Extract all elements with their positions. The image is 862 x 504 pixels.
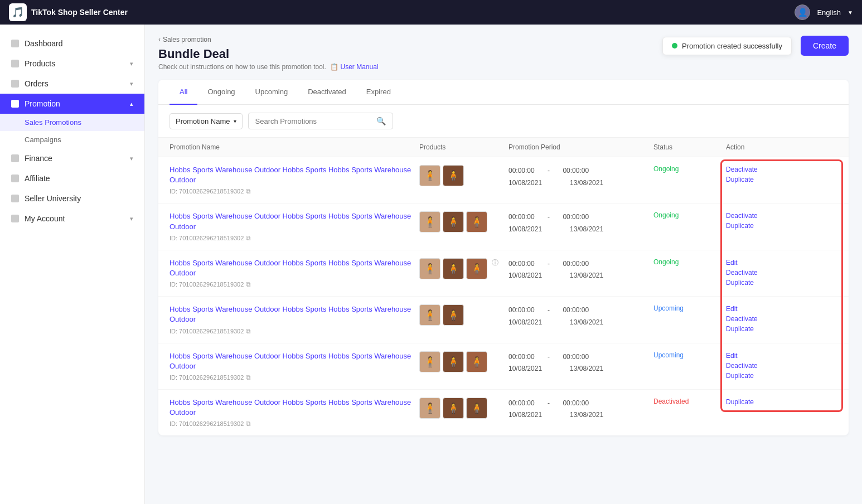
copy-icon[interactable]: ⧉ <box>246 327 251 335</box>
search-input[interactable] <box>255 117 372 125</box>
period-start-date: 10/08/2021 <box>509 318 542 326</box>
promotion-name-dropdown[interactable]: Promotion Name ▾ <box>170 113 243 129</box>
copy-icon[interactable]: ⧉ <box>246 280 251 288</box>
sidebar-sub-item-label: Campaigns <box>25 135 61 144</box>
period-start-date: 10/08/2021 <box>509 272 542 279</box>
promo-id: ID: 7010026296218519302 ⧉ <box>170 374 419 381</box>
table-row: Hobbs Sports Warehouse Outdoor Hobbs Spo… <box>158 250 849 297</box>
action-duplicate-link[interactable]: Duplicate <box>726 221 837 230</box>
search-bar: 🔍 <box>248 113 393 129</box>
period-start-date: 10/08/2021 <box>509 225 542 233</box>
copy-icon[interactable]: ⧉ <box>246 187 251 195</box>
status-badge: Ongoing <box>653 258 726 266</box>
promo-name-cell: Hobbs Sports Warehouse Outdoor Hobbs Spo… <box>170 398 419 428</box>
sidebar-item-label: Affiliate <box>25 174 50 183</box>
copy-icon[interactable]: ⧉ <box>246 374 251 381</box>
breadcrumb-text: Sales promotion <box>163 36 211 43</box>
sidebar-item-my-account[interactable]: My Account ▾ <box>0 209 144 229</box>
user-avatar[interactable]: 👤 <box>795 4 810 20</box>
promo-period: 00:00:00 - 00:00:00 10/08/2021 13/08/202… <box>509 211 653 235</box>
promo-name-link[interactable]: Hobbs Sports Warehouse Outdoor Hobbs Spo… <box>170 211 419 231</box>
promo-name-link[interactable]: Hobbs Sports Warehouse Outdoor Hobbs Spo… <box>170 398 419 418</box>
success-icon <box>672 43 677 49</box>
sidebar-item-label: Seller University <box>25 194 81 203</box>
action-edit-link[interactable]: Edit <box>726 258 837 267</box>
app-layout: Dashboard Products ▾ Orders ▾ Promotion … <box>0 25 862 504</box>
tab-deactivated[interactable]: Deactivated <box>298 80 356 105</box>
action-duplicate-link[interactable]: Duplicate <box>726 175 837 184</box>
product-thumbnail: 🧍 <box>419 398 440 419</box>
action-edit-link[interactable]: Edit <box>726 351 837 360</box>
promo-id: ID: 7010026296218519302 ⧉ <box>170 234 419 242</box>
action-duplicate-link[interactable]: Duplicate <box>726 278 837 287</box>
product-thumbnail: 🧍 <box>443 211 464 232</box>
promo-period: 00:00:00 - 00:00:00 10/08/2021 13/08/202… <box>509 165 653 189</box>
promo-period: 00:00:00 - 00:00:00 10/08/2021 13/08/202… <box>509 258 653 282</box>
action-duplicate-link[interactable]: Duplicate <box>726 324 837 333</box>
promo-name-cell: Hobbs Sports Warehouse Outdoor Hobbs Spo… <box>170 165 419 195</box>
page-header-left: ‹ Sales promotion Bundle Deal Check out … <box>158 36 379 71</box>
language-selector[interactable]: English <box>817 8 841 17</box>
sidebar-item-promotion[interactable]: Promotion ▴ <box>0 94 144 114</box>
top-nav: 🎵 TikTok Shop Seller Center 👤 English ▼ <box>0 0 862 25</box>
action-cell: DeactivateDuplicate <box>726 165 837 184</box>
create-button[interactable]: Create <box>801 36 849 56</box>
period-end-date: 13/08/2021 <box>570 225 603 233</box>
promo-name-link[interactable]: Hobbs Sports Warehouse Outdoor Hobbs Spo… <box>170 351 419 371</box>
action-edit-link[interactable]: Edit <box>726 304 837 313</box>
promo-name-cell: Hobbs Sports Warehouse Outdoor Hobbs Spo… <box>170 304 419 335</box>
sidebar-item-seller-university[interactable]: Seller University <box>0 188 144 209</box>
promo-period: 00:00:00 - 00:00:00 10/08/2021 13/08/202… <box>509 351 653 375</box>
product-thumbnail: 🧍 <box>443 351 464 372</box>
sidebar: Dashboard Products ▾ Orders ▾ Promotion … <box>0 25 145 504</box>
period-start-time: 00:00:00 <box>509 213 535 221</box>
copy-icon[interactable]: ⧉ <box>246 420 251 428</box>
action-deactivate-link[interactable]: Deactivate <box>726 361 837 370</box>
table-row: Hobbs Sports Warehouse Outdoor Hobbs Spo… <box>158 203 849 250</box>
promotion-icon <box>11 100 19 108</box>
success-notification: Promotion created successfully <box>662 37 792 55</box>
copy-icon[interactable]: ⧉ <box>246 234 251 242</box>
sidebar-item-finance[interactable]: Finance ▾ <box>0 148 144 168</box>
sidebar-sub-item-campaigns[interactable]: Campaigns <box>0 131 144 148</box>
period-end-date: 13/08/2021 <box>570 411 603 419</box>
promo-name-link[interactable]: Hobbs Sports Warehouse Outdoor Hobbs Spo… <box>170 304 419 324</box>
product-thumbnail: 🧍 <box>443 258 464 279</box>
sidebar-item-affiliate[interactable]: Affiliate <box>0 168 144 188</box>
promo-name-cell: Hobbs Sports Warehouse Outdoor Hobbs Spo… <box>170 211 419 241</box>
action-duplicate-link[interactable]: Duplicate <box>726 398 837 406</box>
product-thumbnails: 🧍🧍 <box>419 165 509 186</box>
product-thumbnail: 🧍 <box>466 398 487 419</box>
action-cell: Duplicate <box>726 398 837 406</box>
tab-expired[interactable]: Expired <box>356 80 401 105</box>
action-deactivate-link[interactable]: Deactivate <box>726 268 837 277</box>
action-duplicate-link[interactable]: Duplicate <box>726 371 837 380</box>
promo-name-link[interactable]: Hobbs Sports Warehouse Outdoor Hobbs Spo… <box>170 258 419 278</box>
col-period: Promotion Period <box>509 143 653 151</box>
sidebar-item-orders[interactable]: Orders ▾ <box>0 74 144 94</box>
table-row: Hobbs Sports Warehouse Outdoor Hobbs Spo… <box>158 343 849 390</box>
sidebar-item-label: Products <box>25 59 55 68</box>
sidebar-item-products[interactable]: Products ▾ <box>0 54 144 74</box>
product-thumbnail: 🧍 <box>419 211 440 232</box>
action-cell: DeactivateDuplicate <box>726 211 837 230</box>
action-deactivate-link[interactable]: Deactivate <box>726 211 837 220</box>
action-deactivate-link[interactable]: Deactivate <box>726 314 837 323</box>
sidebar-item-dashboard[interactable]: Dashboard <box>0 33 144 54</box>
tab-all[interactable]: All <box>170 80 197 105</box>
product-thumbnails: 🧍🧍🧍 <box>419 351 509 372</box>
promo-name-link[interactable]: Hobbs Sports Warehouse Outdoor Hobbs Spo… <box>170 165 419 185</box>
user-manual-link[interactable]: 📋 User Manual <box>330 63 378 71</box>
tab-upcoming[interactable]: Upcoming <box>245 80 298 105</box>
tab-ongoing[interactable]: Ongoing <box>197 80 245 105</box>
sidebar-item-label: Orders <box>25 79 49 88</box>
university-icon <box>11 195 19 202</box>
period-start-time: 00:00:00 <box>509 353 535 361</box>
action-deactivate-link[interactable]: Deactivate <box>726 165 837 174</box>
period-end-time: 00:00:00 <box>563 167 589 175</box>
account-icon <box>11 215 19 222</box>
dropdown-label: Promotion Name <box>176 117 230 125</box>
breadcrumb[interactable]: ‹ Sales promotion <box>158 36 379 43</box>
period-start-time: 00:00:00 <box>509 306 535 314</box>
sidebar-sub-item-sales-promotions[interactable]: Sales Promotions <box>0 114 144 131</box>
